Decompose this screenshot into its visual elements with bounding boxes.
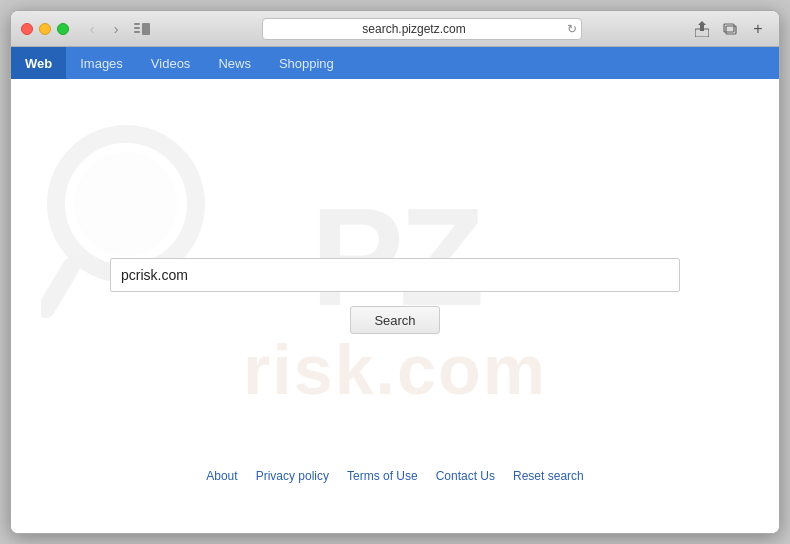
svg-rect-0 xyxy=(134,23,140,25)
footer-links: About Privacy policy Terms of Use Contac… xyxy=(206,469,583,483)
title-bar-right: + xyxy=(691,18,769,40)
address-bar[interactable]: search.pizgetz.com ↻ xyxy=(262,18,582,40)
nav-tab-shopping[interactable]: Shopping xyxy=(265,47,348,79)
nav-tab-web[interactable]: Web xyxy=(11,47,66,79)
footer-link-reset[interactable]: Reset search xyxy=(513,469,584,483)
share-button[interactable] xyxy=(691,18,713,40)
svg-point-8 xyxy=(74,152,178,256)
search-input[interactable] xyxy=(110,258,680,292)
search-container: Search xyxy=(110,258,680,334)
footer-link-about[interactable]: About xyxy=(206,469,237,483)
svg-point-7 xyxy=(56,134,196,274)
footer-link-contact[interactable]: Contact Us xyxy=(436,469,495,483)
nav-arrows: ‹ › xyxy=(81,18,127,40)
back-button[interactable]: ‹ xyxy=(81,18,103,40)
nav-tab-news[interactable]: News xyxy=(204,47,265,79)
footer-link-privacy[interactable]: Privacy policy xyxy=(256,469,329,483)
svg-line-9 xyxy=(46,267,71,309)
nav-tab-videos[interactable]: Videos xyxy=(137,47,205,79)
traffic-lights xyxy=(21,23,69,35)
tab-overview-button[interactable] xyxy=(719,18,741,40)
svg-rect-1 xyxy=(134,27,140,29)
svg-rect-3 xyxy=(142,23,150,35)
reader-view-button[interactable] xyxy=(131,18,153,40)
footer-link-terms[interactable]: Terms of Use xyxy=(347,469,418,483)
watermark-bottom-text: risk.com xyxy=(243,335,547,405)
close-button[interactable] xyxy=(21,23,33,35)
maximize-button[interactable] xyxy=(57,23,69,35)
search-button[interactable]: Search xyxy=(350,306,440,334)
svg-rect-2 xyxy=(134,31,140,33)
search-input-wrapper xyxy=(110,258,680,292)
new-tab-button[interactable]: + xyxy=(747,18,769,40)
nav-tab-images[interactable]: Images xyxy=(66,47,137,79)
nav-bar: Web Images Videos News Shopping xyxy=(11,47,779,79)
refresh-button[interactable]: ↻ xyxy=(567,22,577,36)
title-bar: ‹ › search.pizgetz.com ↻ xyxy=(11,11,779,47)
address-bar-container: search.pizgetz.com ↻ xyxy=(163,18,681,40)
minimize-button[interactable] xyxy=(39,23,51,35)
url-text: search.pizgetz.com xyxy=(362,22,465,36)
page-content: PZ risk.com Search About Privacy policy … xyxy=(11,79,779,533)
browser-window: ‹ › search.pizgetz.com ↻ xyxy=(10,10,780,534)
forward-button[interactable]: › xyxy=(105,18,127,40)
